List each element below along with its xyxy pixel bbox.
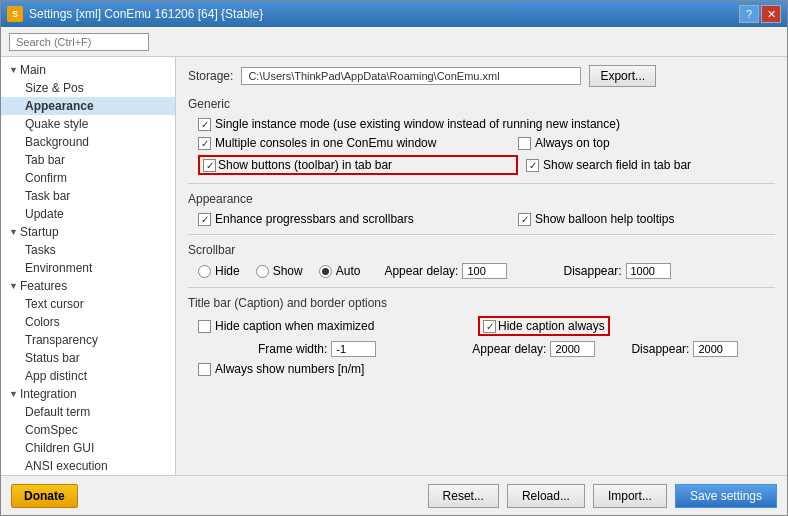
sidebar-item-comspec[interactable]: ComSpec (1, 421, 175, 439)
donate-button[interactable]: Donate (11, 484, 78, 508)
toolbar (1, 27, 787, 57)
show-buttons-label: Show buttons (toolbar) in tab bar (218, 158, 392, 172)
scrollbar-auto-radio[interactable] (319, 265, 332, 278)
hide-caption-always-checkbox[interactable] (483, 320, 496, 333)
scrollbar-auto-label: Auto (336, 264, 361, 278)
always-show-numbers-label: Always show numbers [n/m] (215, 362, 364, 376)
sidebar-item-text-cursor[interactable]: Text cursor (1, 295, 175, 313)
content-area: ▼ Main Size & Pos Appearance Quake style… (1, 57, 787, 475)
search-input[interactable] (9, 33, 149, 51)
sidebar-item-default-term[interactable]: Default term (1, 403, 175, 421)
show-balloon-checkbox[interactable] (518, 213, 531, 226)
app-icon: S (7, 6, 23, 22)
bottom-right-buttons: Reset... Reload... Import... Save settin… (428, 484, 777, 508)
disappear-label: Disappear: (563, 264, 621, 278)
sidebar-item-main[interactable]: ▼ Main (1, 61, 175, 79)
scrollbar-show-radio[interactable] (256, 265, 269, 278)
help-button[interactable]: ? (739, 5, 759, 23)
multiple-consoles-checkbox[interactable] (198, 137, 211, 150)
sidebar-item-ansi-execution[interactable]: ANSI execution (1, 457, 175, 475)
show-search-label: Show search field in tab bar (543, 158, 691, 172)
disappear-input[interactable] (626, 263, 671, 279)
sidebar-item-colors[interactable]: Colors (1, 313, 175, 331)
frame-width-label: Frame width: (258, 342, 327, 356)
show-search-checkbox[interactable] (526, 159, 539, 172)
sidebar-item-tab-bar[interactable]: Tab bar (1, 151, 175, 169)
sidebar-item-environment[interactable]: Environment (1, 259, 175, 277)
enhance-progressbars-label: Enhance progressbars and scrollbars (215, 212, 414, 226)
reset-button[interactable]: Reset... (428, 484, 499, 508)
titlebar-appear-delay-label: Appear delay: (472, 342, 546, 356)
main-panel: Storage: Export... Generic Single instan… (176, 57, 787, 475)
titlebar-section-label: Title bar (Caption) and border options (188, 296, 775, 310)
window-title: Settings [xml] ConEmu 161206 [64] {Stabl… (29, 7, 263, 21)
multiple-consoles-label: Multiple consoles in one ConEmu window (215, 136, 436, 150)
hide-caption-maximized-checkbox[interactable] (198, 320, 211, 333)
export-button[interactable]: Export... (589, 65, 656, 87)
titlebar-disappear-label: Disappear: (631, 342, 689, 356)
expand-icon: ▼ (9, 65, 18, 75)
expand-icon-startup: ▼ (9, 227, 18, 237)
bottom-bar: Donate Reset... Reload... Import... Save… (1, 475, 787, 515)
sidebar-item-app-distinct[interactable]: App distinct (1, 367, 175, 385)
reload-button[interactable]: Reload... (507, 484, 585, 508)
always-on-top-label: Always on top (535, 136, 610, 150)
single-instance-checkbox[interactable] (198, 118, 211, 131)
settings-window: S Settings [xml] ConEmu 161206 [64] {Sta… (0, 0, 788, 516)
sidebar-item-task-bar[interactable]: Task bar (1, 187, 175, 205)
sidebar-item-features[interactable]: ▼ Features (1, 277, 175, 295)
sidebar-item-children-gui[interactable]: Children GUI (1, 439, 175, 457)
storage-label: Storage: (188, 69, 233, 83)
save-settings-button[interactable]: Save settings (675, 484, 777, 508)
appearance-section-label: Appearance (188, 192, 775, 206)
sidebar-item-status-bar[interactable]: Status bar (1, 349, 175, 367)
sidebar-item-update[interactable]: Update (1, 205, 175, 223)
sidebar-label-main: Main (20, 63, 46, 77)
expand-icon-integration: ▼ (9, 389, 18, 399)
sidebar-item-integration[interactable]: ▼ Integration (1, 385, 175, 403)
sidebar-item-background[interactable]: Background (1, 133, 175, 151)
appear-delay-label: Appear delay: (384, 264, 458, 278)
titlebar-appear-delay-input[interactable] (550, 341, 595, 357)
import-button[interactable]: Import... (593, 484, 667, 508)
sidebar: ▼ Main Size & Pos Appearance Quake style… (1, 57, 176, 475)
hide-caption-always-label: Hide caption always (498, 319, 605, 333)
sidebar-label-features: Features (20, 279, 67, 293)
storage-row: Storage: Export... (188, 65, 775, 87)
sidebar-item-tasks[interactable]: Tasks (1, 241, 175, 259)
always-show-numbers-checkbox[interactable] (198, 363, 211, 376)
always-on-top-checkbox[interactable] (518, 137, 531, 150)
expand-icon-features: ▼ (9, 281, 18, 291)
frame-width-input[interactable] (331, 341, 376, 357)
sidebar-label-integration: Integration (20, 387, 77, 401)
scrollbar-hide-label: Hide (215, 264, 240, 278)
titlebar-disappear-input[interactable] (693, 341, 738, 357)
title-bar: S Settings [xml] ConEmu 161206 [64] {Sta… (1, 1, 787, 27)
close-button[interactable]: ✕ (761, 5, 781, 23)
enhance-progressbars-checkbox[interactable] (198, 213, 211, 226)
appear-delay-input[interactable] (462, 263, 507, 279)
generic-section-label: Generic (188, 97, 775, 111)
sidebar-label-startup: Startup (20, 225, 59, 239)
scrollbar-section-label: Scrollbar (188, 243, 775, 257)
sidebar-item-confirm[interactable]: Confirm (1, 169, 175, 187)
sidebar-item-startup[interactable]: ▼ Startup (1, 223, 175, 241)
hide-caption-maximized-label: Hide caption when maximized (215, 319, 374, 333)
show-balloon-label: Show balloon help tooltips (535, 212, 674, 226)
storage-path-input[interactable] (241, 67, 581, 85)
sidebar-item-transparency[interactable]: Transparency (1, 331, 175, 349)
scrollbar-hide-radio[interactable] (198, 265, 211, 278)
show-buttons-checkbox[interactable] (203, 159, 216, 172)
single-instance-label: Single instance mode (use existing windo… (215, 117, 620, 131)
sidebar-item-quake-style[interactable]: Quake style (1, 115, 175, 133)
sidebar-item-size-pos[interactable]: Size & Pos (1, 79, 175, 97)
sidebar-item-appearance[interactable]: Appearance (1, 97, 175, 115)
scrollbar-show-label: Show (273, 264, 303, 278)
